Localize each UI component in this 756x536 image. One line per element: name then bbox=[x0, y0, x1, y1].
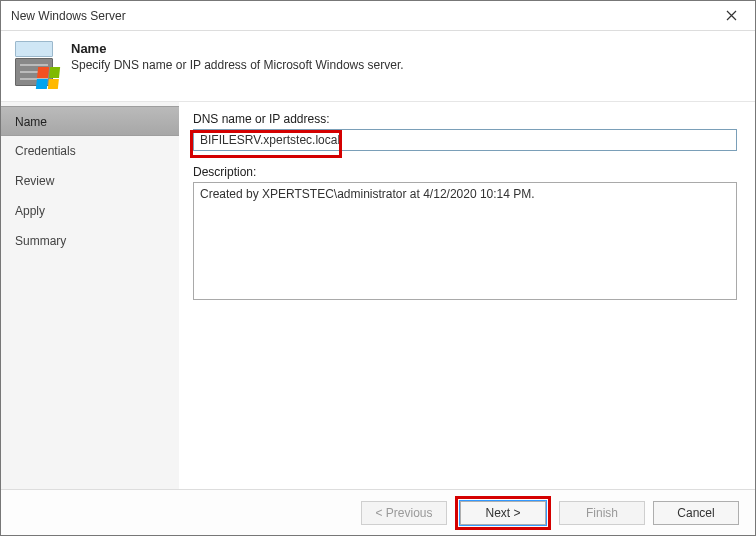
step-review[interactable]: Review bbox=[1, 166, 179, 196]
next-button[interactable]: Next > bbox=[460, 501, 546, 525]
step-name[interactable]: Name bbox=[1, 106, 179, 136]
highlight-next: Next > bbox=[455, 496, 551, 530]
close-icon bbox=[726, 10, 737, 21]
header-text: Name Specify DNS name or IP address of M… bbox=[71, 41, 404, 72]
footer-buttons: < Previous Next > Finish Cancel bbox=[1, 489, 755, 535]
title-bar: New Windows Server bbox=[1, 1, 755, 31]
previous-button: < Previous bbox=[361, 501, 447, 525]
cancel-button[interactable]: Cancel bbox=[653, 501, 739, 525]
step-apply[interactable]: Apply bbox=[1, 196, 179, 226]
wizard-steps-sidebar: Name Credentials Review Apply Summary bbox=[1, 102, 179, 489]
header-title: Name bbox=[71, 41, 404, 56]
step-summary[interactable]: Summary bbox=[1, 226, 179, 256]
description-textarea[interactable] bbox=[193, 182, 737, 300]
finish-button: Finish bbox=[559, 501, 645, 525]
body-section: Name Credentials Review Apply Summary DN… bbox=[1, 102, 755, 489]
header-section: Name Specify DNS name or IP address of M… bbox=[1, 31, 755, 102]
close-button[interactable] bbox=[711, 2, 751, 30]
window-title: New Windows Server bbox=[11, 9, 711, 23]
header-subtitle: Specify DNS name or IP address of Micros… bbox=[71, 58, 404, 72]
server-windows-icon bbox=[13, 41, 57, 87]
dialog-window: New Windows Server Name Specify DNS name… bbox=[0, 0, 756, 536]
step-credentials[interactable]: Credentials bbox=[1, 136, 179, 166]
dns-label: DNS name or IP address: bbox=[193, 112, 737, 126]
content-pane: DNS name or IP address: BIFILESRV.xperts… bbox=[179, 102, 755, 489]
dns-input[interactable] bbox=[193, 129, 737, 151]
description-label: Description: bbox=[193, 165, 737, 179]
